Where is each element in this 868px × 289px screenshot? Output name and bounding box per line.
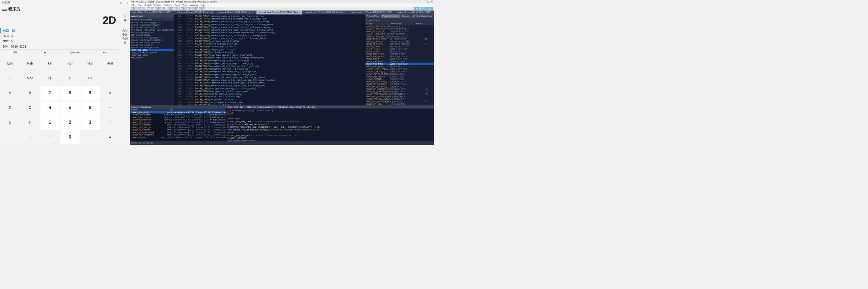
maximize-button[interactable]: ☐ bbox=[120, 1, 123, 4]
key-Mod[interactable]: Mod bbox=[20, 71, 40, 85]
project-symbol-row[interactable]: mach_trap_tablesystrace.c (D:\x bbox=[365, 60, 434, 63]
key-4[interactable]: 4 bbox=[40, 100, 60, 115]
status-icon[interactable] bbox=[147, 142, 149, 144]
key-5[interactable]: 5 bbox=[60, 100, 80, 115]
key-B[interactable]: B bbox=[20, 85, 40, 100]
tb-icon[interactable] bbox=[148, 7, 150, 10]
relation-row[interactable]: mach_call_munger64bsd_i386.c (D:\xnu-490… bbox=[130, 134, 226, 136]
symbol-item[interactable]: include <mach/mach_syscalls.h> bbox=[130, 39, 174, 41]
file-tab[interactable]: systemcalls.c (D:\xnu-4903.221.2\...\i38… bbox=[348, 10, 395, 15]
minimize-button[interactable]: — bbox=[424, 1, 426, 3]
tb-icon[interactable] bbox=[142, 7, 145, 10]
menu-window[interactable]: Window bbox=[190, 4, 197, 6]
relation-row[interactable]: machtrace_disablesystrace.c (D:\xnu-4903… bbox=[130, 114, 226, 116]
relation-row[interactable]: machtrace_providesystrace.c (D:\xnu-4903… bbox=[130, 121, 226, 123]
symbol-name-input[interactable]: Symbol Name bbox=[365, 18, 434, 22]
maximize-button[interactable]: ☐ bbox=[427, 1, 429, 3]
menu-options[interactable]: Options bbox=[164, 4, 172, 6]
project-symbol-row[interactable]: MACH_TIMESPEC_NSEC_MAXclock_types.h (D:\… bbox=[365, 28, 434, 30]
project-symbol-row[interactable]: MACH_UNPROMOTEDkdebug.h (D:\x bbox=[365, 73, 434, 75]
status-icon[interactable] bbox=[131, 142, 134, 144]
menu-project[interactable]: Project bbox=[154, 4, 161, 6]
key-Xor[interactable]: Xor bbox=[60, 56, 80, 71]
key-Not[interactable]: Not bbox=[80, 56, 100, 71]
status-icon[interactable] bbox=[150, 142, 153, 144]
tool-0[interactable]: ⌨ bbox=[0, 50, 30, 56]
cloud-upload-button[interactable]: 同步上传 bbox=[421, 7, 433, 10]
menu-help[interactable]: Help bbox=[200, 4, 205, 6]
hamburger-icon[interactable] bbox=[2, 8, 7, 10]
base-row-oct[interactable]: OCT55 bbox=[0, 39, 120, 44]
col-metrics[interactable]: Metrics bbox=[415, 22, 429, 25]
key-)[interactable]: ) bbox=[20, 130, 40, 145]
project-symbol-row[interactable]: mach_vm_copyvm_user.c (D:\x bbox=[365, 103, 434, 105]
relation-row[interactable]: mach_call_mungerbsd_i386.c (D:\xnu-4903.… bbox=[130, 128, 226, 131]
symbol-item[interactable]: include <kern/syscall_subr.h> bbox=[130, 41, 174, 44]
file-tab[interactable]: trap.c (D:\xnu-4903.221.2\...\i386) bbox=[395, 10, 434, 15]
key-9[interactable]: 9 bbox=[80, 85, 100, 100]
menu-tools[interactable]: Tools bbox=[175, 4, 180, 6]
menu-search[interactable]: Search bbox=[145, 4, 151, 6]
project-symbol-row[interactable]: mach_to_bsd_errnoubc_subr.c (D:\x69 bbox=[365, 37, 434, 40]
col-file[interactable]: File bbox=[169, 109, 226, 111]
col-name[interactable]: Name bbox=[130, 109, 169, 111]
key-7[interactable]: 7 bbox=[40, 85, 60, 100]
project-symbol-row[interactable]: MACH_TRAPsyscall_sw.h (D:\x bbox=[365, 50, 434, 53]
base-row-dec[interactable]: DEC45 bbox=[0, 33, 120, 39]
symbol-item[interactable]: include <kern/clock.h> bbox=[130, 44, 174, 46]
relation-row[interactable]: machtrace_enablesystrace.c (D:\xnu-4903.… bbox=[130, 116, 226, 118]
symbol-item[interactable]: kern_invalid bbox=[130, 56, 174, 59]
project-symbol-row[interactable]: mach_to_bsd_rvkern_resource.c (D:\14 bbox=[365, 42, 434, 45]
tb-icon[interactable] bbox=[181, 7, 184, 10]
tb-icon[interactable] bbox=[162, 7, 165, 10]
symbol-item[interactable]: mach_syscall_name_table bbox=[130, 51, 174, 54]
relation-row[interactable]: mach_call_mungerbsd_i386.c (D:\xnu-4903.… bbox=[130, 123, 226, 126]
key-2[interactable]: 2 bbox=[60, 115, 80, 130]
key-And[interactable]: And bbox=[100, 56, 120, 71]
key-0[interactable]: 0 bbox=[60, 130, 80, 145]
project-tab[interactable]: Folders bbox=[400, 15, 411, 18]
key-Rsh[interactable]: Rsh bbox=[20, 56, 40, 71]
project-symbol-row[interactable]: mach_vm_address_tvm_types.h (D:\x bbox=[365, 83, 434, 85]
key-CE[interactable]: CE bbox=[40, 71, 60, 85]
base-row-bin[interactable]: BIN0010 1101 bbox=[0, 44, 120, 49]
key-([interactable]: ( bbox=[0, 130, 20, 145]
project-symbol-row[interactable]: MACH_TRAPsyscall_sw.h (D:\x bbox=[365, 48, 434, 50]
symbol-item[interactable]: include <kern/syscall_sw.h> bbox=[130, 26, 174, 29]
tb-icon[interactable] bbox=[151, 7, 154, 10]
close-button[interactable]: ✕ bbox=[431, 1, 433, 3]
symbol-item[interactable]: include <mach/mach_types.h> bbox=[130, 21, 174, 24]
tb-icon[interactable] bbox=[172, 7, 174, 10]
key-E[interactable]: E bbox=[0, 115, 20, 130]
project-symbol-row[interactable]: mach_vm_allocate_externalvm_user.c (D:\x… bbox=[365, 88, 434, 90]
tb-icon[interactable] bbox=[185, 7, 187, 10]
relation-row[interactable]: mach_trap_tablesyscall_sw.c (D:\xnu-4903… bbox=[130, 111, 226, 114]
project-symbol-row[interactable]: mach_to_bsd_rvkern_resource.c (D:\ bbox=[365, 40, 434, 42]
tb-icon[interactable] bbox=[168, 7, 170, 10]
project-symbol-row[interactable]: mach_trap_countsystrace.c (D:\x bbox=[365, 53, 434, 55]
key-Lsh[interactable]: Lsh bbox=[0, 56, 20, 71]
tool-1[interactable]: ⇄ bbox=[30, 50, 60, 56]
key-×[interactable]: × bbox=[100, 85, 120, 100]
key-D[interactable]: D bbox=[20, 100, 40, 115]
symbol-item[interactable]: include <mach/mk_timer.h> bbox=[130, 46, 174, 49]
key-Or[interactable]: Or bbox=[40, 56, 60, 71]
project-tab[interactable]: Project Symbols bbox=[381, 15, 400, 18]
close-button[interactable]: ✕ bbox=[126, 1, 129, 4]
project-symbol-row[interactable]: MACH_TIMESPEC_ZEROclock.h (D:\xnu-4 bbox=[365, 33, 434, 35]
project-symbol-row[interactable]: mach_trap_tablesyscall_sw.h (D:\x bbox=[365, 65, 434, 67]
key-C[interactable]: C bbox=[0, 100, 20, 115]
key-⌫[interactable]: ⌫ bbox=[80, 71, 100, 85]
tb-icon[interactable] bbox=[155, 7, 158, 10]
key-8[interactable]: 8 bbox=[60, 85, 80, 100]
key-±[interactable]: ± bbox=[40, 130, 60, 145]
project-tab[interactable]: Symbol Categories bbox=[411, 15, 434, 18]
col-filename[interactable]: File Name bbox=[390, 22, 415, 25]
project-symbol-row[interactable]: mach_vm_address_tvm_types.h (D:\x bbox=[365, 80, 434, 83]
status-icon[interactable] bbox=[143, 142, 145, 144]
base-row-hex[interactable]: HEX2D bbox=[0, 28, 120, 33]
project-symbol-row[interactable]: MACH_TRAP_TABLE_COUNTsyscall_sw.h (D:\x bbox=[365, 67, 434, 70]
key-6[interactable]: 6 bbox=[80, 100, 100, 115]
project-symbol-row[interactable]: mach_trap_countsyscall_sw.c (D:\x bbox=[365, 55, 434, 58]
tool-3[interactable]: MS bbox=[90, 50, 120, 56]
